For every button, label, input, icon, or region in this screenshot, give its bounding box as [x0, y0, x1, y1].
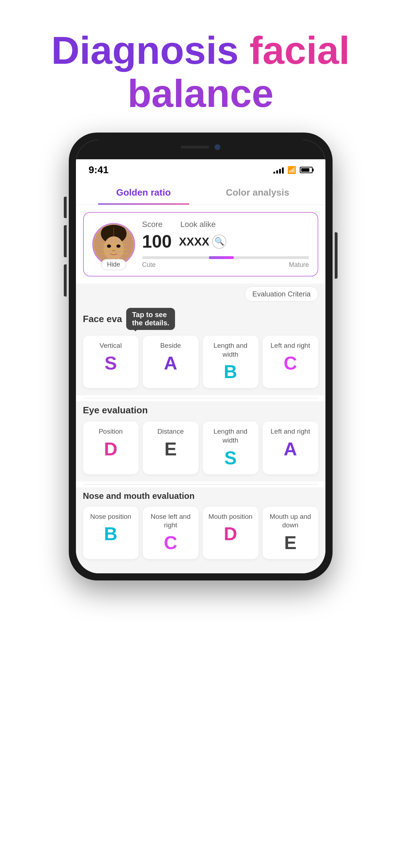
grade-card-eye-distance[interactable]: Distance E	[143, 422, 199, 474]
grade-letter-mouth-position: D	[207, 525, 254, 543]
face-grade-grid: Vertical S Beside A Length and width B L…	[83, 336, 318, 388]
score-card: Hide Score Look alike 100 XXXX 🔍	[83, 212, 318, 277]
grade-label-nose-position: Nose position	[87, 512, 134, 521]
nose-mouth-grade-grid: Nose position B Nose left and right C Mo…	[83, 507, 318, 559]
title-balance: balance	[128, 71, 274, 115]
signal-bar-1	[273, 172, 275, 174]
slider-track	[142, 256, 309, 259]
grade-label-left-right: Left and right	[267, 341, 314, 350]
grade-label-eye-distance: Distance	[147, 427, 194, 436]
status-time: 9:41	[89, 164, 109, 176]
grade-card-length-width[interactable]: Length and width B	[203, 336, 258, 388]
title-diagnosis: Diagnosis	[51, 28, 250, 72]
eye-evaluation-section: Eye evaluation Position D Distance E Len…	[76, 401, 325, 481]
tab-golden-ratio[interactable]: Golden ratio	[87, 179, 201, 205]
face-image	[93, 224, 134, 265]
grade-letter-vertical: S	[87, 354, 134, 372]
power-button	[335, 232, 338, 279]
score-labels: Score Look alike	[142, 220, 309, 229]
svg-point-5	[116, 244, 120, 248]
face-evaluation-section: Face eva Tap to see the details. Vertica…	[76, 304, 325, 395]
grade-label-eye-left-right: Left and right	[267, 427, 314, 436]
grade-label-eye-position: Position	[87, 427, 134, 436]
grade-letter-nose-left-right: C	[147, 533, 194, 552]
nose-mouth-evaluation-section: Nose and mouth evaluation Nose position …	[76, 487, 325, 573]
grade-label-eye-length-width: Length and width	[207, 427, 254, 445]
grade-letter-eye-position: D	[87, 440, 134, 458]
lookalike-value-container: XXXX 🔍	[179, 234, 226, 249]
tooltip-bubble: Tap to see the details.	[126, 308, 175, 330]
app-title: Diagnosis facial balance	[21, 29, 380, 115]
phone-screen: 9:41 📶 Golden ratio Color analysis	[76, 140, 325, 573]
battery-icon	[300, 167, 313, 173]
battery-fill	[301, 168, 310, 172]
grade-letter-eye-distance: E	[147, 440, 194, 458]
grade-label-mouth-position: Mouth position	[207, 512, 254, 521]
grade-label-beside: Beside	[147, 341, 194, 350]
grade-card-mouth-position[interactable]: Mouth position D	[203, 507, 258, 559]
slider-label-mature: Mature	[289, 261, 309, 269]
camera	[215, 144, 220, 150]
grade-letter-eye-left-right: A	[267, 440, 314, 458]
volume-mute-button	[64, 197, 67, 218]
tab-color-analysis[interactable]: Color analysis	[201, 179, 315, 205]
grade-card-nose-left-right[interactable]: Nose left and right C	[143, 507, 199, 559]
section-divider-1	[83, 398, 318, 398]
signal-bar-2	[276, 170, 278, 174]
title-section: Diagnosis facial balance	[0, 0, 401, 133]
score-values: 100 XXXX 🔍	[142, 231, 309, 252]
tab-bar: Golden ratio Color analysis	[76, 179, 325, 205]
grade-letter-mouth-up-down: E	[267, 533, 314, 552]
speaker	[181, 146, 209, 149]
nose-mouth-eval-title: Nose and mouth evaluation	[83, 491, 318, 501]
grade-letter-eye-length-width: S	[207, 449, 254, 467]
score-label: Score	[142, 220, 163, 229]
signal-bar-3	[279, 169, 281, 174]
grade-card-left-right[interactable]: Left and right C	[263, 336, 318, 388]
eye-grade-grid: Position D Distance E Length and width S…	[83, 422, 318, 474]
grade-card-eye-length-width[interactable]: Length and width S	[203, 422, 258, 474]
lookalike-value: XXXX	[179, 235, 209, 248]
wifi-icon: 📶	[287, 166, 296, 174]
score-number: 100	[142, 231, 172, 252]
grade-card-eye-position[interactable]: Position D	[83, 422, 139, 474]
section-divider-2	[83, 484, 318, 485]
notch-bar	[76, 140, 325, 159]
grade-card-vertical[interactable]: Vertical S	[83, 336, 139, 388]
grade-letter-beside: A	[147, 354, 194, 372]
phone-frame: 9:41 📶 Golden ratio Color analysis	[69, 133, 333, 580]
grade-label-nose-left-right: Nose left and right	[147, 512, 194, 530]
eval-criteria-container: Evaluation Criteria	[76, 284, 325, 304]
slider-fill	[209, 256, 234, 259]
face-eval-title: Face eva Tap to see the details.	[83, 308, 318, 330]
grade-label-mouth-up-down: Mouth up and down	[267, 512, 314, 530]
svg-point-4	[107, 244, 111, 248]
signal-bar-4	[282, 167, 284, 174]
grade-letter-left-right: C	[267, 354, 314, 372]
grade-letter-length-width: B	[207, 362, 254, 381]
avatar-container: Hide	[92, 223, 135, 266]
eye-eval-title: Eye evaluation	[83, 405, 318, 416]
grade-card-beside[interactable]: Beside A	[143, 336, 199, 388]
eval-criteria-button[interactable]: Evaluation Criteria	[245, 286, 318, 301]
grade-label-length-width: Length and width	[207, 341, 254, 359]
title-facial: facial	[250, 28, 350, 72]
slider-labels: Cute Mature	[142, 261, 309, 269]
status-bar: 9:41 📶	[76, 159, 325, 179]
hide-button[interactable]: Hide	[101, 259, 126, 270]
cuteness-slider: Cute Mature	[142, 256, 309, 269]
grade-card-mouth-up-down[interactable]: Mouth up and down E	[263, 507, 318, 559]
volume-down-button	[64, 264, 67, 296]
grade-letter-nose-position: B	[87, 525, 134, 543]
lookalike-label: Look alike	[180, 220, 216, 229]
slider-label-cute: Cute	[142, 261, 156, 269]
score-info: Score Look alike 100 XXXX 🔍	[142, 220, 309, 269]
lookalike-search-button[interactable]: 🔍	[212, 234, 226, 249]
grade-card-eye-left-right[interactable]: Left and right A	[263, 422, 318, 474]
grade-label-vertical: Vertical	[87, 341, 134, 350]
signal-icon	[273, 166, 284, 174]
status-icons: 📶	[273, 166, 313, 174]
volume-up-button	[64, 225, 67, 257]
grade-card-nose-position[interactable]: Nose position B	[83, 507, 139, 559]
notch	[165, 140, 236, 155]
